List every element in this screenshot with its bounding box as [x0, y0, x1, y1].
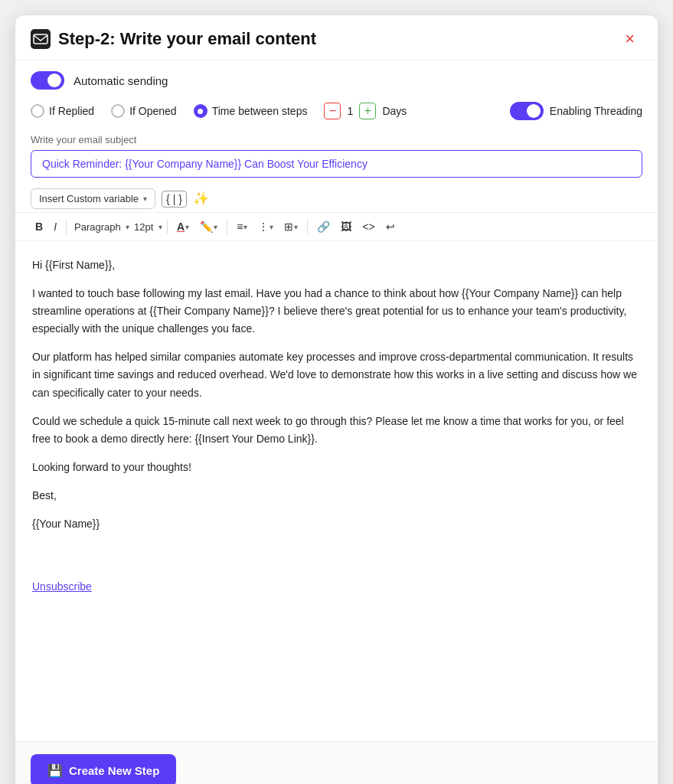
- email-step-modal: Step-2: Write your email content × Autom…: [15, 15, 658, 784]
- email-line-7: {{Your Name}}: [32, 515, 641, 533]
- subject-section: Write your email subject: [15, 128, 658, 182]
- increment-button[interactable]: +: [359, 103, 376, 119]
- bold-button[interactable]: B: [31, 217, 47, 236]
- auto-sending-label: Automatic sending: [74, 74, 168, 87]
- if-opened-radio: [111, 104, 125, 118]
- unsubscribe-link[interactable]: Unsubscribe: [32, 578, 92, 596]
- modal-footer: 💾 Create New Step: [15, 741, 658, 784]
- editor-toolbar: B I Paragraph Heading 1 Heading 2 ▾ 12pt…: [15, 213, 658, 241]
- highlight-icon: ✏️: [200, 220, 213, 233]
- numbered-list-button[interactable]: ⋮ ▾: [253, 217, 278, 236]
- step-counter: − 1 + Days: [324, 103, 407, 119]
- image-button[interactable]: 🖼: [336, 217, 356, 236]
- if-opened-option[interactable]: If Opened: [111, 104, 177, 118]
- email-blank: [32, 544, 641, 561]
- paragraph-select-wrap: Paragraph Heading 1 Heading 2 ▾: [71, 220, 129, 234]
- threading-toggle[interactable]: [510, 102, 544, 120]
- undo-button[interactable]: ↩: [381, 217, 400, 236]
- create-new-step-button[interactable]: 💾 Create New Step: [31, 754, 176, 784]
- threading-label: Enabling Threading: [550, 105, 642, 117]
- counter-value: 1: [344, 105, 356, 117]
- code-icon: <>: [362, 220, 374, 233]
- code-button[interactable]: <>: [358, 217, 379, 236]
- link-button[interactable]: 🔗: [312, 217, 335, 236]
- link-icon: 🔗: [317, 220, 330, 233]
- bullet-list-button[interactable]: ≡ ▾: [232, 217, 252, 236]
- modal-title-row: Step-2: Write your email content: [31, 29, 316, 49]
- if-replied-label: If Replied: [49, 105, 94, 117]
- email-line-3: Our platform has helped similar companie…: [32, 348, 641, 401]
- fontsize-select-wrap: 12pt 10pt 14pt 16pt ▾: [131, 220, 162, 234]
- image-icon: 🖼: [341, 220, 351, 233]
- table-button[interactable]: ⊞ ▾: [279, 217, 302, 236]
- email-line-1: Hi {{First Name}},: [32, 256, 641, 274]
- modal-title: Step-2: Write your email content: [58, 29, 316, 49]
- highlight-chevron-icon: ▾: [214, 223, 217, 231]
- italic-button[interactable]: I: [49, 217, 61, 236]
- table-chevron-icon: ▾: [294, 223, 298, 231]
- fontsize-select[interactable]: 12pt 10pt 14pt 16pt: [131, 220, 157, 234]
- highlight-button[interactable]: ✏️ ▾: [195, 217, 222, 236]
- font-color-icon: A: [177, 220, 185, 233]
- font-color-button[interactable]: A ▾: [172, 217, 194, 236]
- editor-content[interactable]: Hi {{First Name}}, I wanted to touch bas…: [15, 241, 658, 741]
- undo-icon: ↩: [386, 220, 395, 233]
- email-line-2: I wanted to touch base following my last…: [32, 285, 641, 338]
- paragraph-chevron-icon: ▾: [126, 223, 129, 231]
- custom-variable-toolbar: Insert Custom variable ▾ { | } ✨: [15, 182, 658, 213]
- email-line-5: Looking forward to your thoughts!: [32, 459, 641, 476]
- if-replied-option[interactable]: If Replied: [31, 104, 94, 118]
- numbered-list-icon: ⋮: [258, 220, 269, 233]
- insert-custom-variable-button[interactable]: Insert Custom variable ▾: [31, 188, 155, 209]
- modal-header: Step-2: Write your email content ×: [15, 15, 658, 60]
- email-line-4: Could we schedule a quick 15-minute call…: [32, 413, 641, 448]
- toolbar-divider-4: [307, 219, 308, 234]
- email-icon: [31, 29, 51, 49]
- time-between-label: Time between steps: [212, 105, 308, 117]
- numbered-list-chevron-icon: ▾: [270, 223, 273, 231]
- subject-label: Write your email subject: [31, 134, 642, 145]
- auto-sending-toggle[interactable]: [31, 71, 64, 90]
- days-label: Days: [382, 105, 407, 117]
- custom-variable-label: Insert Custom variable: [39, 193, 139, 204]
- fontsize-chevron-icon: ▾: [158, 223, 162, 231]
- bullet-list-chevron-icon: ▾: [243, 223, 247, 231]
- close-button[interactable]: ×: [620, 29, 639, 49]
- chevron-down-icon: ▾: [143, 194, 147, 203]
- toolbar-divider-3: [227, 219, 227, 234]
- email-line-6: Best,: [32, 487, 641, 505]
- if-replied-radio: [31, 104, 44, 118]
- if-opened-label: If Opened: [129, 105, 177, 117]
- table-icon: ⊞: [284, 220, 293, 233]
- options-row: If Replied If Opened Time between steps …: [15, 97, 658, 128]
- auto-sending-row: Automatic sending: [15, 60, 658, 97]
- time-between-radio: [194, 104, 207, 118]
- threading-section: Enabling Threading: [510, 102, 642, 120]
- decrement-button[interactable]: −: [324, 103, 341, 119]
- font-color-chevron-icon: ▾: [185, 223, 189, 231]
- subject-input[interactable]: [31, 150, 642, 178]
- save-icon: 💾: [47, 763, 63, 778]
- toolbar-divider-2: [167, 219, 168, 234]
- paragraph-select[interactable]: Paragraph Heading 1 Heading 2: [71, 220, 124, 234]
- magic-wand-icon[interactable]: ✨: [193, 191, 209, 207]
- create-step-label: Create New Step: [69, 764, 159, 777]
- bullet-list-icon: ≡: [237, 220, 243, 233]
- curly-braces-icon[interactable]: { | }: [162, 191, 187, 207]
- toolbar-divider-1: [66, 219, 67, 234]
- time-between-option[interactable]: Time between steps: [194, 104, 308, 118]
